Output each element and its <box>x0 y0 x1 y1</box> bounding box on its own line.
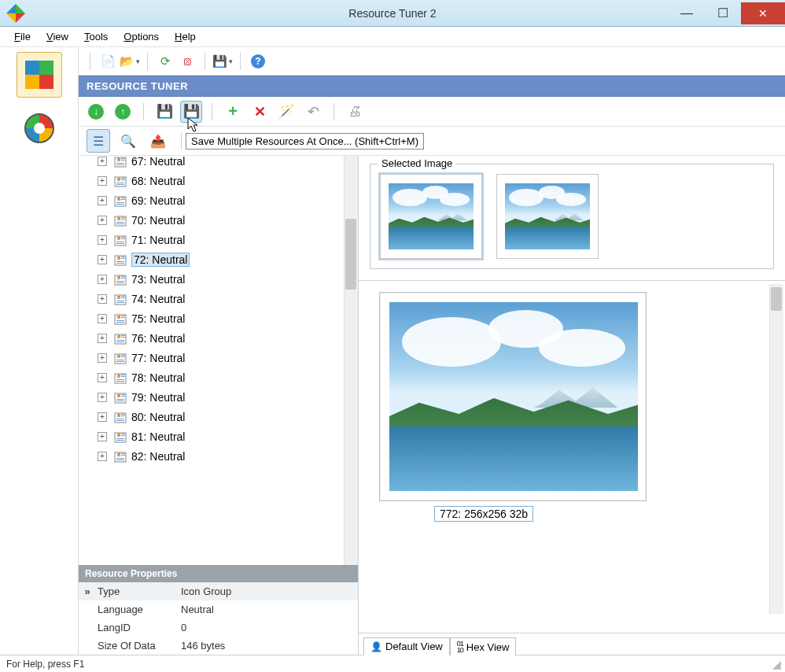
edit-resource-button[interactable]: 🪄 <box>275 101 297 123</box>
expand-icon[interactable]: + <box>98 432 107 441</box>
tree-item-75[interactable]: +75: Neutral <box>79 308 344 328</box>
preview-scrollbar[interactable] <box>769 284 783 614</box>
expand-icon[interactable]: + <box>98 393 107 402</box>
tree-item-label: 67: Neutral <box>131 156 185 168</box>
expand-icon[interactable]: + <box>98 216 107 225</box>
tree-item-72[interactable]: +72: Neutral <box>79 249 344 269</box>
mode-target-button[interactable] <box>24 113 54 143</box>
tree-item-82[interactable]: +82: Neutral <box>79 446 344 466</box>
resource-icon <box>113 292 127 306</box>
save-multiple-button[interactable]: 💾 <box>180 101 202 123</box>
add-resource-button[interactable]: + <box>222 101 244 123</box>
tree-item-81[interactable]: +81: Neutral <box>79 426 344 446</box>
new-file-button[interactable]: 📄 <box>98 52 117 71</box>
resource-tree[interactable]: +67: Neutral+68: Neutral+69: Neutral+70:… <box>79 156 358 565</box>
menu-help[interactable]: Help <box>168 29 202 44</box>
svg-rect-82 <box>116 419 124 419</box>
svg-rect-28 <box>116 242 124 242</box>
tree-toolbar: ☰ 🔍 📤 ▽ <box>79 127 785 156</box>
open-file-button[interactable]: 📂▾ <box>120 52 139 71</box>
tree-item-68[interactable]: +68: Neutral <box>79 171 344 190</box>
thumbnail-2[interactable] <box>496 174 599 259</box>
tree-view-button[interactable]: ☰ <box>87 129 110 153</box>
resource-icon <box>113 272 127 286</box>
expand-icon[interactable]: + <box>98 196 107 205</box>
tree-item-73[interactable]: +73: Neutral <box>79 269 344 289</box>
tree-item-79[interactable]: +79: Neutral <box>79 387 344 407</box>
menu-options[interactable]: Options <box>117 29 165 44</box>
undo-button[interactable]: ↶ <box>302 101 324 123</box>
nav-down-button[interactable]: ↓ <box>85 101 107 123</box>
expand-icon[interactable]: + <box>98 157 107 166</box>
tree-item-label: 74: Neutral <box>131 293 185 305</box>
nav-up-button[interactable]: ↑ <box>112 101 134 123</box>
selected-image-group: Selected Image <box>370 164 774 269</box>
close-file-button[interactable]: ⦻ <box>178 52 197 71</box>
svg-rect-14 <box>121 198 125 198</box>
thumbnail-1[interactable] <box>380 174 482 259</box>
svg-rect-75 <box>121 396 125 397</box>
svg-rect-89 <box>116 440 124 441</box>
tab-hex-view[interactable]: 0110 Hex View <box>450 637 517 655</box>
tree-item-label: 73: Neutral <box>131 273 185 286</box>
save-button[interactable]: 💾▾ <box>213 52 232 71</box>
menu-tools[interactable]: Tools <box>78 29 114 44</box>
hex-icon: 0110 <box>457 641 463 653</box>
prop-row-type: »TypeIcon Group <box>79 582 358 600</box>
tree-item-76[interactable]: +76: Neutral <box>79 328 344 348</box>
page-icon: 📄 <box>101 54 116 68</box>
resource-icon <box>113 331 127 345</box>
menu-view[interactable]: View <box>40 29 75 44</box>
tab-default-view[interactable]: 👤 Default View <box>363 637 450 655</box>
resize-grip[interactable]: ◢ <box>772 658 779 670</box>
expand-icon[interactable]: + <box>98 294 107 304</box>
tree-item-label: 81: Neutral <box>131 430 185 443</box>
resource-icon <box>113 390 127 404</box>
svg-rect-46 <box>116 301 124 301</box>
tree-export-button[interactable]: 📤 <box>146 129 170 153</box>
x-icon: ✕ <box>254 103 266 120</box>
prop-row-language: LanguageNeutral <box>79 600 358 618</box>
delete-resource-button[interactable]: ✕ <box>249 101 271 123</box>
mode-resource-button[interactable] <box>17 52 62 98</box>
expand-icon[interactable]: + <box>98 452 107 461</box>
tree-item-69[interactable]: +69: Neutral <box>79 190 344 210</box>
svg-rect-81 <box>121 415 125 416</box>
tree-item-77[interactable]: +77: Neutral <box>79 348 344 367</box>
expand-icon[interactable]: + <box>98 255 107 264</box>
expand-icon[interactable]: + <box>98 235 107 245</box>
expand-icon[interactable]: + <box>98 353 107 363</box>
print-button[interactable]: 🖨 <box>344 101 366 123</box>
expand-icon[interactable]: + <box>98 176 107 186</box>
tree-search-button[interactable]: 🔍 <box>116 129 140 153</box>
resource-icon <box>113 253 127 267</box>
save-resource-button[interactable]: 💾 <box>153 101 175 123</box>
prop-key: Size Of Data <box>96 640 181 652</box>
resource-icon <box>113 351 127 365</box>
svg-rect-83 <box>116 420 124 421</box>
expand-icon[interactable]: + <box>98 275 107 284</box>
tree-item-67[interactable]: +67: Neutral <box>79 156 344 171</box>
tree-item-80[interactable]: +80: Neutral <box>79 407 344 426</box>
tree-item-74[interactable]: +74: Neutral <box>79 289 344 308</box>
expand-icon[interactable]: + <box>98 373 107 382</box>
save-icon: 💾 <box>212 54 227 68</box>
svg-rect-94 <box>116 458 124 459</box>
svg-rect-93 <box>121 455 125 456</box>
svg-rect-20 <box>121 217 125 218</box>
tree-scrollbar[interactable] <box>344 156 358 565</box>
help-button[interactable]: ? <box>249 52 267 71</box>
menu-file[interactable]: File <box>8 29 37 44</box>
tree-item-70[interactable]: +70: Neutral <box>79 210 344 230</box>
tree-item-label: 77: Neutral <box>131 352 185 364</box>
menu-bar: File View Tools Options Help <box>0 27 785 47</box>
expand-icon[interactable]: + <box>98 334 107 343</box>
print-icon: 🖨 <box>348 104 362 120</box>
expand-icon[interactable]: + <box>98 412 107 422</box>
svg-rect-68 <box>121 375 125 375</box>
tree-item-label: 79: Neutral <box>131 391 185 404</box>
refresh-button[interactable]: ⟳ <box>156 52 175 71</box>
expand-icon[interactable]: + <box>98 314 107 323</box>
tree-item-78[interactable]: +78: Neutral <box>79 367 344 387</box>
tree-item-71[interactable]: +71: Neutral <box>79 230 344 249</box>
